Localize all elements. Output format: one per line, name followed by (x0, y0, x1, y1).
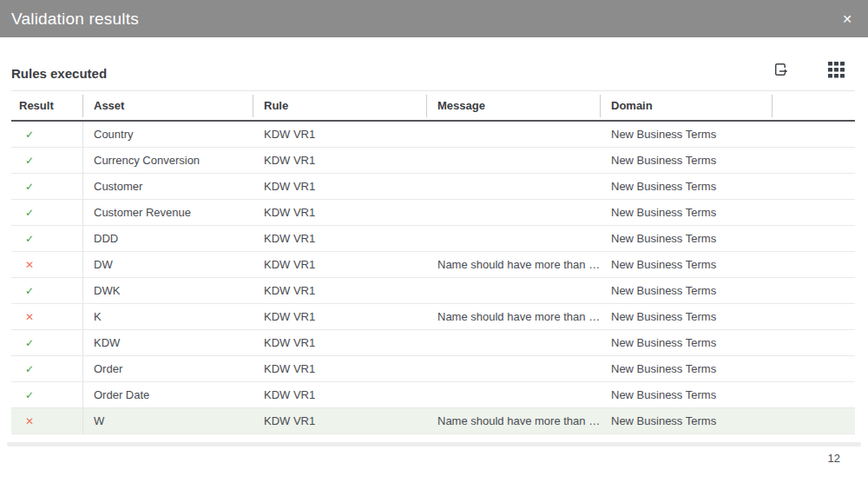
table-row[interactable]: ✓ Customer KDW VR1 New Business Terms (11, 174, 855, 200)
domain-cell: New Business Terms (601, 284, 773, 297)
rule-cell: KDW VR1 (253, 258, 427, 271)
asset-cell: Order (83, 362, 253, 375)
message-cell: Name should have more than … (427, 258, 601, 271)
result-cell: ✕ (11, 304, 83, 329)
horizontal-scrollbar[interactable] (7, 442, 861, 447)
asset-cell: DW (83, 258, 253, 271)
asset-cell: DDD (83, 232, 253, 245)
check-icon: ✓ (25, 338, 34, 348)
result-cell: ✓ (11, 356, 83, 381)
panel-heading: Rules executed (11, 66, 107, 81)
domain-cell: New Business Terms (601, 336, 773, 349)
dialog-title: Validation results (11, 10, 139, 29)
asset-cell: Currency Conversion (83, 154, 253, 167)
asset-cell: W (83, 414, 253, 427)
asset-cell: Country (83, 128, 253, 141)
domain-cell: New Business Terms (601, 362, 773, 375)
domain-cell: New Business Terms (601, 414, 773, 427)
asset-cell: KDW (83, 336, 253, 349)
table-row[interactable]: ✓ Order KDW VR1 New Business Terms (11, 356, 855, 382)
asset-cell: DWK (83, 284, 253, 297)
message-cell: Name should have more than … (427, 414, 601, 427)
asset-cell: Customer Revenue (83, 206, 253, 219)
check-icon: ✓ (25, 390, 34, 400)
domain-cell: New Business Terms (601, 310, 773, 323)
close-icon[interactable]: ✕ (838, 10, 856, 29)
table-row[interactable]: ✕ DW KDW VR1 Name should have more than … (11, 252, 855, 278)
result-cell: ✓ (11, 226, 83, 251)
rule-cell: KDW VR1 (253, 232, 427, 245)
rule-cell: KDW VR1 (253, 336, 427, 349)
check-icon: ✓ (25, 286, 34, 296)
rule-cell: KDW VR1 (253, 128, 427, 141)
result-cell: ✓ (11, 148, 83, 173)
export-button[interactable] (772, 60, 791, 79)
cross-icon: ✕ (25, 260, 34, 270)
table-row[interactable]: ✕ K KDW VR1 Name should have more than …… (11, 304, 855, 330)
table-header: Result Asset Rule Message Domain (11, 90, 855, 122)
table-row[interactable]: ✓ Currency Conversion KDW VR1 New Busine… (11, 148, 855, 174)
asset-cell: K (83, 310, 253, 323)
domain-cell: New Business Terms (601, 206, 773, 219)
column-header-result[interactable]: Result (11, 95, 83, 117)
result-cell: ✓ (11, 200, 83, 225)
domain-cell: New Business Terms (601, 388, 773, 401)
cross-icon: ✕ (25, 416, 34, 427)
table-row[interactable]: ✓ Order Date KDW VR1 New Business Terms (11, 382, 855, 408)
column-header-message[interactable]: Message (427, 95, 601, 117)
domain-cell: New Business Terms (601, 154, 773, 167)
table-row[interactable]: ✓ DWK KDW VR1 New Business Terms (11, 278, 855, 304)
result-cell: ✓ (11, 122, 83, 147)
table-row[interactable]: ✕ W KDW VR1 Name should have more than …… (11, 408, 855, 434)
rule-cell: KDW VR1 (253, 180, 427, 193)
domain-cell: New Business Terms (601, 128, 773, 141)
rule-cell: KDW VR1 (253, 206, 427, 219)
domain-cell: New Business Terms (601, 232, 773, 245)
result-cell: ✕ (11, 408, 83, 433)
check-icon: ✓ (25, 182, 34, 192)
table-row[interactable]: ✓ KDW KDW VR1 New Business Terms (11, 330, 855, 356)
table-row[interactable]: ✓ Country KDW VR1 New Business Terms (11, 122, 855, 148)
result-cell: ✓ (11, 278, 83, 303)
column-header-asset[interactable]: Asset (83, 95, 253, 117)
rule-cell: KDW VR1 (253, 154, 427, 167)
result-cell: ✓ (11, 382, 83, 407)
result-cell: ✓ (11, 174, 83, 199)
table-body: ✓ Country KDW VR1 New Business Terms ✓ C… (11, 122, 855, 434)
table-row[interactable]: ✓ Customer Revenue KDW VR1 New Business … (11, 200, 855, 226)
rule-cell: KDW VR1 (253, 362, 427, 375)
column-header-domain[interactable]: Domain (601, 95, 773, 117)
message-cell: Name should have more than … (427, 310, 601, 323)
result-cell: ✓ (11, 330, 83, 355)
domain-cell: New Business Terms (601, 258, 773, 271)
cross-icon: ✕ (25, 312, 34, 322)
check-icon: ✓ (25, 129, 34, 140)
rule-cell: KDW VR1 (253, 414, 427, 427)
export-icon (772, 60, 791, 79)
rule-cell: KDW VR1 (253, 310, 427, 323)
check-icon: ✓ (25, 234, 34, 244)
result-cell: ✕ (11, 252, 83, 277)
columns-button[interactable] (828, 62, 847, 81)
dialog-titlebar: Validation results ✕ (0, 0, 868, 37)
check-icon: ✓ (25, 155, 34, 166)
rule-cell: KDW VR1 (253, 284, 427, 297)
asset-cell: Customer (83, 180, 253, 193)
rules-table: Result Asset Rule Message Domain ✓ Count… (11, 90, 855, 434)
domain-cell: New Business Terms (601, 180, 773, 193)
column-header-spacer (773, 95, 855, 117)
grid-icon (828, 62, 847, 78)
asset-cell: Order Date (83, 388, 253, 401)
check-icon: ✓ (25, 364, 34, 374)
check-icon: ✓ (25, 208, 34, 218)
rule-cell: KDW VR1 (253, 388, 427, 401)
row-count: 12 (828, 452, 840, 465)
table-row[interactable]: ✓ DDD KDW VR1 New Business Terms (11, 226, 855, 252)
column-header-rule[interactable]: Rule (253, 95, 427, 117)
